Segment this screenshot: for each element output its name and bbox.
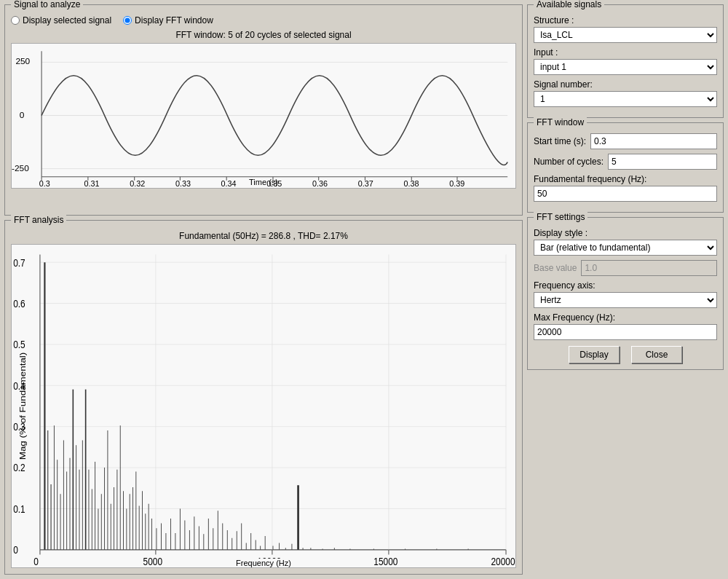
num-cycles-row: Number of cycles:: [534, 154, 717, 170]
max-freq-label: Max Frequency (Hz):: [534, 312, 717, 323]
svg-text:0.36: 0.36: [312, 180, 328, 188]
action-buttons: Display Close: [534, 346, 717, 363]
base-value-row: Base value: [534, 260, 717, 276]
radio-display-selected-label: Display selected signal: [23, 15, 111, 25]
fft-chart-area: 0.7 0.6 0.5 0.4 0.3 0.2 0.1 0 Mag (% of …: [11, 244, 516, 568]
svg-text:0.6: 0.6: [13, 298, 25, 310]
display-button[interactable]: Display: [569, 346, 620, 363]
svg-text:20000: 20000: [491, 556, 515, 567]
svg-text:0.39: 0.39: [449, 180, 464, 188]
fft-window-title: FFT window: [534, 117, 587, 127]
display-style-label: Display style :: [534, 228, 717, 238]
radio-display-fft-input[interactable]: [123, 16, 132, 25]
svg-text:0.33: 0.33: [175, 180, 191, 188]
svg-text:0.37: 0.37: [358, 180, 373, 188]
signal-chart-svg: 250 0 -250: [12, 44, 515, 188]
signal-number-label: Signal number:: [534, 79, 717, 90]
frequency-axis-field: Frequency axis: Hertz Normalized: [534, 280, 717, 308]
signal-panel-title: Signal to analyze: [11, 0, 83, 9]
start-time-label: Start time (s):: [534, 136, 586, 146]
num-cycles-input[interactable]: [608, 154, 717, 170]
radio-display-fft[interactable]: Display FFT window: [123, 15, 213, 25]
max-freq-input[interactable]: [534, 324, 717, 340]
svg-text:0: 0: [33, 556, 39, 567]
start-time-row: Start time (s):: [534, 133, 717, 149]
signal-number-select[interactable]: 1: [534, 91, 717, 107]
base-value-input: [581, 260, 717, 276]
radio-display-selected[interactable]: Display selected signal: [11, 15, 111, 25]
fundamental-freq-label: Fundamental frequency (Hz):: [534, 174, 717, 184]
time-axis-label: Time (s): [249, 178, 278, 186]
svg-text:0.32: 0.32: [130, 180, 145, 188]
input-select[interactable]: input 1: [534, 59, 717, 75]
input-field: Input : input 1: [534, 47, 717, 75]
svg-text:0.34: 0.34: [221, 180, 237, 188]
display-style-field: Display style : Bar (relative to fundame…: [534, 228, 717, 256]
structure-field: Structure : Isa_LCL: [534, 15, 717, 43]
radio-display-selected-input[interactable]: [11, 16, 20, 25]
fft-analysis-title: FFT analysis: [11, 215, 66, 225]
base-value-label: Base value: [534, 263, 577, 273]
svg-text:-250: -250: [12, 164, 29, 173]
frequency-axis-label: Frequency axis:: [534, 280, 717, 291]
signal-panel: Signal to analyze Display selected signa…: [4, 4, 523, 216]
max-freq-field: Max Frequency (Hz):: [534, 312, 717, 340]
svg-text:0.3: 0.3: [39, 180, 50, 188]
fft-chart-title: Fundamental (50Hz) = 286.8 , THD= 2.17%: [11, 231, 516, 241]
fft-settings-panel: FFT settings Display style : Bar (relati…: [527, 217, 724, 370]
svg-text:0: 0: [20, 111, 25, 119]
svg-text:0.38: 0.38: [403, 180, 419, 188]
svg-text:0.5: 0.5: [13, 339, 25, 351]
input-label: Input :: [534, 47, 717, 58]
structure-label: Structure :: [534, 15, 717, 25]
svg-text:5000: 5000: [143, 556, 162, 567]
start-time-input[interactable]: [590, 133, 717, 149]
available-signals-panel: Available signals Structure : Isa_LCL In…: [527, 4, 724, 118]
fft-analysis-panel: FFT analysis Fundamental (50Hz) = 286.8 …: [4, 220, 523, 575]
signal-chart-area: 250 0 -250: [11, 43, 516, 189]
svg-text:0.31: 0.31: [84, 180, 99, 188]
signal-number-field: Signal number: 1: [534, 79, 717, 107]
fft-window-panel: FFT window Start time (s): Number of cyc…: [527, 122, 724, 213]
radio-display-fft-label: Display FFT window: [135, 15, 213, 25]
fft-chart-svg: 0.7 0.6 0.5 0.4 0.3 0.2 0.1 0 Mag (% of …: [12, 245, 515, 567]
svg-text:0.1: 0.1: [13, 503, 25, 516]
svg-text:15000: 15000: [373, 556, 397, 567]
signal-controls: Display selected signal Display FFT wind…: [11, 15, 516, 25]
svg-text:Mag (% of Fundamental): Mag (% of Fundamental): [19, 352, 28, 460]
svg-text:250: 250: [15, 58, 30, 66]
fundamental-freq-input[interactable]: [534, 186, 717, 202]
freq-axis-label: Frequency (Hz): [234, 559, 293, 567]
frequency-axis-select[interactable]: Hertz Normalized: [534, 292, 717, 308]
num-cycles-label: Number of cycles:: [534, 157, 604, 167]
display-style-select[interactable]: Bar (relative to fundamental) Bar (absol…: [534, 240, 717, 256]
svg-text:0: 0: [13, 544, 18, 556]
signal-chart-title: FFT window: 5 of 20 cycles of selected s…: [11, 30, 516, 40]
available-signals-title: Available signals: [534, 0, 604, 9]
structure-select[interactable]: Isa_LCL: [534, 27, 717, 43]
close-button[interactable]: Close: [631, 346, 682, 363]
fundamental-freq-field: Fundamental frequency (Hz):: [534, 174, 717, 202]
svg-text:0.2: 0.2: [13, 462, 25, 474]
fft-settings-title: FFT settings: [534, 212, 587, 222]
svg-text:0.7: 0.7: [13, 256, 25, 269]
